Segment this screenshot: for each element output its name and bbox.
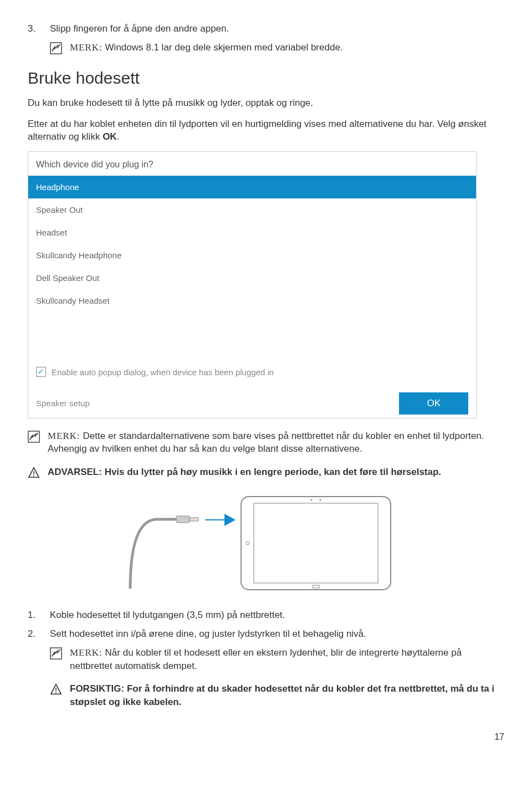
step-number: 2. [28,627,50,641]
option-headset[interactable]: Headset [28,221,476,244]
note-label: MERK: [70,647,103,658]
step-text: Sett hodesettet inn i/på ørene dine, og … [50,627,366,641]
numbered-step: 1. Koble hodesettet til lydutgangen (3,5… [28,609,504,622]
warning-block: ADVARSEL: Hvis du lytter på høy musikk i… [28,466,504,479]
note-block: MERK: Dette er standardalternativene som… [28,430,504,456]
section-heading: Bruke hodesett [28,67,504,90]
svg-rect-5 [190,518,198,521]
caution-text: FORSIKTIG: For å forhindre at du skader … [70,682,504,709]
numbered-step: 2. Sett hodesettet inn i/på ørene dine, … [28,627,504,641]
headset-tablet-illustration [28,489,504,594]
step-number: 1. [28,609,50,622]
option-headphone[interactable]: Headphone [28,176,476,198]
paragraph: Du kan bruke hodesett til å lytte på mus… [28,96,504,110]
step-text: Slipp fingeren for å åpne den andre appe… [50,22,229,35]
dialog-title: Which device did you plug in? [28,152,476,175]
caution-block: FORSIKTIG: For å forhindre at du skader … [50,682,504,709]
svg-point-14 [55,692,57,693]
note-block: MERK: Når du kobler til et hodesett elle… [50,646,504,673]
warning-label: ADVARSEL: [48,467,105,477]
dialog-options: Headphone Speaker Out Headset Skullcandy… [28,176,476,312]
option-skullcandy-headphone[interactable]: Skullcandy Headphone [28,244,476,267]
step-text: Koble hodesettet til lydutgangen (3,5 mm… [50,609,285,622]
step-number: 3. [28,22,50,35]
warning-icon [28,467,40,479]
note-text: MERK: Dette er standardalternativene som… [48,430,504,456]
note-text: MERK: Windows 8.1 lar deg dele skjermen … [70,41,504,54]
note-text: MERK: Når du kobler til et hodesett elle… [70,646,504,673]
checkbox-label: Enable auto popup dialog, when device ha… [52,366,274,378]
option-speaker-out[interactable]: Speaker Out [28,198,476,221]
svg-point-3 [33,476,34,477]
note-label: MERK: [70,42,103,53]
dialog-footer: Speaker setup OK [28,382,476,418]
paragraph: Etter at du har koblet enheten din til l… [28,117,504,144]
svg-point-10 [320,499,321,501]
dialog-screenshot: Which device did you plug in? Headphone … [28,151,477,418]
option-dell-speaker-out[interactable]: Dell Speaker Out [28,267,476,289]
svg-point-9 [311,499,313,501]
checkbox-row: ✓ Enable auto popup dialog, when device … [28,362,476,382]
page-number: 17 [28,731,504,743]
svg-rect-4 [176,516,190,523]
svg-rect-7 [254,503,378,583]
note-icon [50,647,62,660]
checkbox[interactable]: ✓ [36,367,46,377]
ok-button[interactable]: OK [399,392,468,415]
numbered-step: 3. Slipp fingeren for å åpne den andre a… [28,22,504,35]
note-block: MERK: Windows 8.1 lar deg dele skjermen … [50,41,504,54]
option-skullcandy-headset[interactable]: Skullcandy Headset [28,289,476,312]
note-label: MERK: [48,431,80,441]
warning-text: ADVARSEL: Hvis du lytter på høy musikk i… [48,466,504,479]
caution-label: FORSIKTIG: [70,683,127,694]
note-icon [50,42,62,54]
note-icon [28,431,40,443]
caution-icon [50,683,62,696]
speaker-setup-link[interactable]: Speaker setup [36,397,90,409]
